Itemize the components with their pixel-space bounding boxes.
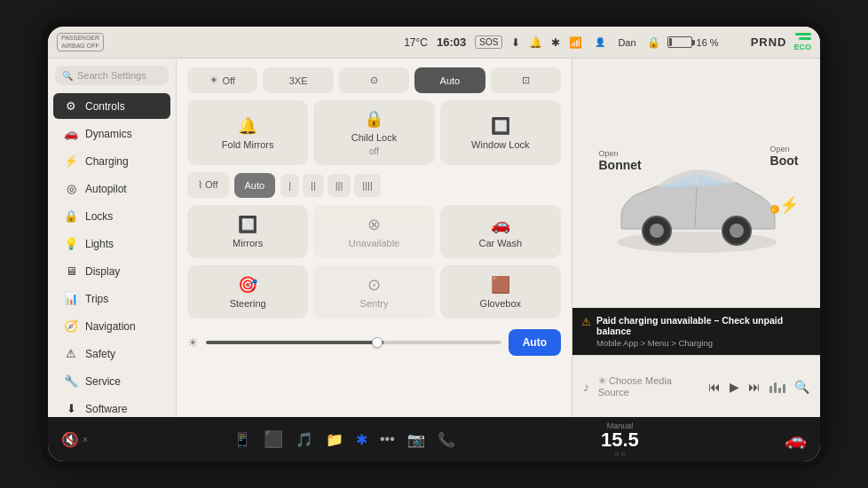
wiper-speed-1[interactable]: | <box>280 174 299 197</box>
prnd-text: PRND <box>751 35 787 49</box>
music-note-icon: ♪ <box>583 380 589 394</box>
airbag-badge: PASSENGERAIRBAG OFF <box>57 33 104 51</box>
warning-icon: ⚠ <box>581 316 591 328</box>
btn-3xe[interactable]: 3XE <box>263 67 333 93</box>
tile-child-lock-sub: off <box>369 146 379 156</box>
prev-btn[interactable]: ⏮ <box>708 380 721 394</box>
tile-mirrors[interactable]: 🔲 Mirrors <box>187 205 308 258</box>
svg-point-4 <box>730 224 744 238</box>
phone-icon[interactable]: 📱 <box>233 431 251 448</box>
brightness-icon: ☀ <box>187 335 199 350</box>
btn-auto-top[interactable]: Auto <box>414 67 485 93</box>
btn-icon2[interactable]: ⊡ <box>491 67 561 93</box>
eq-bar-1 <box>769 386 772 393</box>
sidebar-item-display[interactable]: 🖥 Display <box>53 258 170 284</box>
sidebar-item-locks[interactable]: 🔒 Locks <box>53 203 170 229</box>
sidebar-label-locks: Locks <box>85 210 113 223</box>
sidebar-label-display: Display <box>85 265 120 278</box>
search-placeholder: Search Settings <box>77 70 146 81</box>
tiles-row3: 🎯 Steering ⊙ Sentry 🟫 Glovebox <box>187 265 561 319</box>
tile-sentry[interactable]: ⊙ Sentry <box>313 265 434 319</box>
wiper-auto-btn[interactable]: Auto <box>234 173 276 198</box>
glovebox-icon: 🟫 <box>491 275 510 295</box>
brightness-slider[interactable] <box>206 341 501 344</box>
sidebar-label-navigation: Navigation <box>85 320 136 333</box>
wiper-speed-4[interactable]: |||| <box>354 174 380 197</box>
sidebar-item-service[interactable]: 🔧 Service <box>53 368 170 394</box>
tile-car-wash-label: Car Wash <box>479 238 523 248</box>
battery-percent: 16 % <box>697 37 719 48</box>
svg-point-0 <box>617 232 777 253</box>
tile-window-lock[interactable]: 🔲 Window Lock <box>440 100 561 165</box>
media-search-icon[interactable]: 🔍 <box>794 380 809 394</box>
wiper-off-btn[interactable]: ⌇ Off <box>187 172 229 198</box>
tile-steering[interactable]: 🎯 Steering <box>187 265 308 319</box>
bottom-left: 🔇 × <box>61 431 88 448</box>
mirrors-icon: 🔲 <box>238 215 257 234</box>
wiper-icon: ⌇ <box>198 179 202 190</box>
charging-port-icon: ⚡ <box>779 195 799 215</box>
sos-label[interactable]: SOS <box>475 35 502 49</box>
grid-icon: ⊡ <box>522 75 530 86</box>
sidebar-item-controls[interactable]: ⚙ Controls <box>53 93 170 119</box>
warning-sub: Mobile App > Menu > Charging <box>596 338 811 348</box>
bluetooth-bottom-icon[interactable]: ✱ <box>356 431 367 448</box>
sidebar-item-lights[interactable]: 💡 Lights <box>53 231 170 256</box>
eq-bar-3 <box>778 388 781 393</box>
circle-icon: ⊙ <box>370 75 378 86</box>
sun-icon: ☀ <box>209 75 218 86</box>
speed-value: 15.5 <box>601 430 639 450</box>
tile-window-lock-label: Window Lock <box>471 139 529 150</box>
tile-steering-label: Steering <box>230 298 266 309</box>
sidebar-item-autopilot[interactable]: ◎ Autopilot <box>53 176 170 201</box>
wiper-speed-3[interactable]: ||| <box>327 174 351 197</box>
tile-car-wash[interactable]: 🚗 Car Wash <box>440 205 561 258</box>
media-source-text[interactable]: ✳ Choose Media Source <box>598 375 699 397</box>
mirrors-fold-icon: 🔔 <box>238 116 257 136</box>
camera-icon[interactable]: 📷 <box>407 431 425 448</box>
tiles-row2: 🔲 Mirrors ⊗ Unavailable 🚗 Car Wash <box>187 205 561 258</box>
sidebar-label-trips: Trips <box>85 293 108 305</box>
next-btn[interactable]: ⏭ <box>748 380 761 394</box>
media-controls: ⏮ ▶ ⏭ 🔍 <box>708 380 809 394</box>
bell-icon: 🔔 <box>529 36 542 49</box>
sidebar-item-software[interactable]: ⬇ Software <box>53 396 170 417</box>
sidebar: 🔍 Search Settings ⚙ Controls 🚗 Dynamics … <box>48 59 177 417</box>
sidebar-item-navigation[interactable]: 🧭 Navigation <box>53 313 170 339</box>
tile-mirrors-label: Mirrors <box>233 238 263 248</box>
battery-indicator: 16 % <box>667 36 719 48</box>
auto-brightness-btn[interactable]: Auto <box>509 329 561 356</box>
tile-glovebox[interactable]: 🟫 Glovebox <box>440 265 561 319</box>
btn-icon1[interactable]: ⊙ <box>339 67 409 93</box>
volume-icon[interactable]: 🔇 <box>61 431 79 448</box>
software-icon: ⬇ <box>64 402 78 415</box>
top-bar: PASSENGERAIRBAG OFF 17°C 16:03 SOS ⬇ 🔔 ✱… <box>48 27 820 59</box>
sidebar-item-trips[interactable]: 📊 Trips <box>53 286 170 311</box>
prnd-display: PRND <box>751 35 787 49</box>
sidebar-item-charging[interactable]: ⚡ Charging <box>53 148 170 174</box>
brightness-handle[interactable] <box>372 337 383 348</box>
search-bar[interactable]: 🔍 Search Settings <box>55 66 169 85</box>
spotify-icon[interactable]: 🎵 <box>296 431 313 448</box>
wiper-row: ⌇ Off Auto | || ||| |||| <box>187 172 561 198</box>
tile-fold-mirrors[interactable]: 🔔 Fold Mirrors <box>187 100 308 165</box>
btn-off[interactable]: ☀ Off <box>187 67 257 93</box>
user-icon: 👤 <box>595 37 605 47</box>
sidebar-item-dynamics[interactable]: 🚗 Dynamics <box>53 121 170 146</box>
phone-call-icon[interactable]: 📞 <box>438 431 455 448</box>
more-icon[interactable]: ••• <box>380 431 395 447</box>
wiper-speed-2[interactable]: || <box>303 174 324 197</box>
tile-child-lock[interactable]: 🔒 Child Lock off <box>313 100 434 165</box>
download-icon: ⬇ <box>511 36 520 49</box>
play-btn[interactable]: ▶ <box>730 380 739 394</box>
folder-icon[interactable]: 📁 <box>326 431 343 448</box>
signal-icon: 📶 <box>569 36 582 49</box>
media-bar: ♪ ✳ Choose Media Source ⏮ ▶ ⏭ 🔍 <box>572 355 820 417</box>
steering-icon: 🎯 <box>238 275 257 295</box>
car-icon[interactable]: 🚗 <box>785 429 807 450</box>
sidebar-item-safety[interactable]: ⚠ Safety <box>53 341 170 366</box>
brightness-row: ☀ Auto <box>187 326 561 359</box>
service-icon: 🔧 <box>64 374 78 388</box>
equalizer-icon <box>769 381 785 393</box>
app-icon[interactable]: ⬛ <box>264 429 283 449</box>
